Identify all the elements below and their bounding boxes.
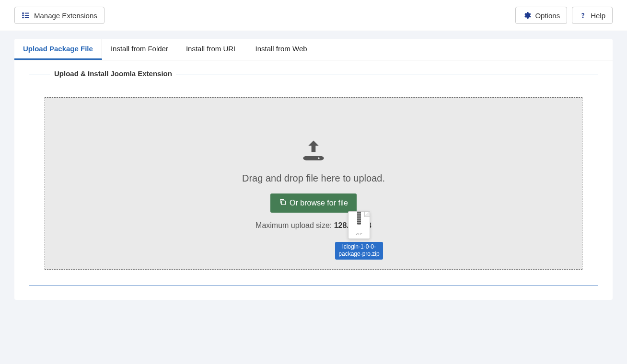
manage-extensions-button[interactable]: Manage Extensions: [14, 7, 104, 24]
manage-extensions-label: Manage Extensions: [34, 11, 97, 20]
question-icon: [579, 11, 587, 19]
gear-icon: [522, 11, 531, 20]
help-label: Help: [591, 11, 605, 20]
options-button[interactable]: Options: [515, 7, 567, 24]
tabs-container: Upload Package File Install from Folder …: [14, 39, 613, 300]
help-button[interactable]: Help: [572, 7, 613, 24]
toolbar-left: Manage Extensions: [14, 7, 104, 24]
copy-icon: [279, 198, 287, 208]
svg-rect-8: [281, 201, 285, 205]
content-area: Upload Package File Install from Folder …: [0, 31, 627, 314]
svg-point-0: [23, 13, 23, 14]
browse-label: Or browse for file: [290, 199, 348, 207]
dropzone[interactable]: Drag and drop file here to upload. Or br…: [45, 97, 582, 270]
dropzone-text: Drag and drop file here to upload.: [242, 173, 385, 184]
toolbar-right: Options Help: [515, 7, 613, 24]
browse-file-button[interactable]: Or browse for file: [270, 193, 357, 213]
options-label: Options: [535, 11, 560, 20]
zip-type-label: ZIP: [348, 232, 370, 236]
dragged-file-name: iclogin-1-0-0-package-pro.zip: [335, 242, 383, 260]
tab-install-from-url[interactable]: Install from URL: [177, 39, 247, 60]
tab-install-from-web[interactable]: Install from Web: [246, 39, 316, 60]
upload-fieldset: Upload & Install Joomla Extension Drag a…: [29, 75, 598, 285]
upload-icon: [301, 137, 326, 164]
tab-label: Install from Folder: [111, 45, 168, 53]
tab-label: Install from URL: [186, 45, 238, 53]
tab-upload-package-file[interactable]: Upload Package File: [14, 39, 102, 60]
max-size-value: 128.00 MB: [334, 221, 372, 229]
tab-content: Upload & Install Joomla Extension Drag a…: [14, 60, 613, 300]
tab-label: Upload Package File: [23, 45, 93, 53]
svg-point-6: [582, 17, 583, 17]
fieldset-legend: Upload & Install Joomla Extension: [50, 69, 176, 78]
tabs: Upload Package File Install from Folder …: [14, 39, 613, 60]
tab-label: Install from Web: [255, 45, 307, 53]
max-upload-size: Maximum upload size: 128.00 MB: [255, 221, 372, 230]
dragged-file: ZIP iclogin-1-0-0-package-pro.zip: [335, 211, 383, 260]
tab-install-from-folder[interactable]: Install from Folder: [102, 39, 177, 60]
svg-point-7: [318, 157, 319, 159]
toolbar: Manage Extensions Options Help: [0, 0, 627, 31]
svg-point-2: [23, 15, 23, 16]
svg-point-4: [23, 17, 23, 18]
max-size-label: Maximum upload size:: [255, 221, 334, 229]
list-icon: [22, 11, 30, 20]
